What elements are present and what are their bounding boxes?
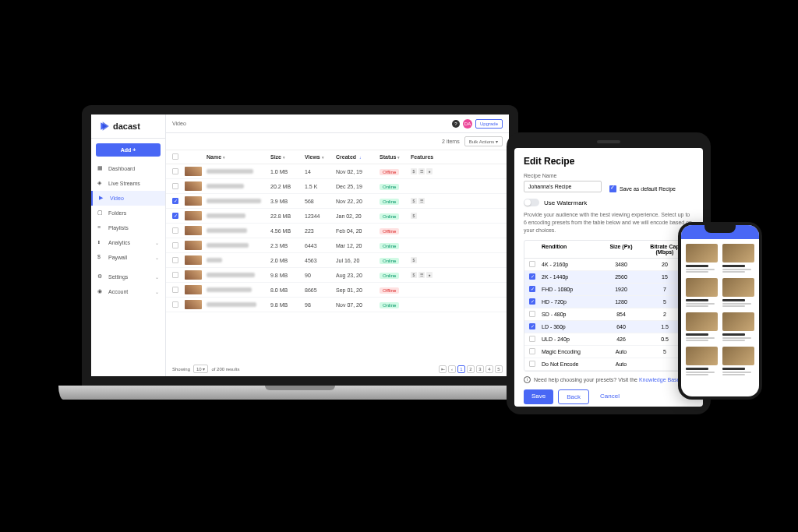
page-number[interactable]: 3 [476,365,484,373]
phone-card[interactable] [686,347,718,376]
add-button[interactable]: Add + [96,143,161,157]
row-checkbox[interactable] [172,257,178,263]
page-number[interactable]: 1 [457,365,465,373]
avatar[interactable]: DA [463,119,472,129]
row-checkbox[interactable] [172,242,178,248]
rendition-row[interactable]: HD - 720p 1280 5 [524,296,693,308]
rendition-row[interactable]: FHD - 1080p 1920 7 [524,284,693,296]
table-row[interactable]: 1.0 MB 14 Nov 02, 19 Offline $☰● [166,164,509,179]
table-row[interactable]: 9.8 MB 98 Nov 07, 20 Online [166,298,509,312]
row-checkbox[interactable] [172,287,178,293]
rendition-checkbox[interactable] [529,273,535,280]
help-icon[interactable]: ? [452,120,460,128]
sidebar-item-account[interactable]: ◉Account⌄ [91,284,165,299]
cell-created: Feb 04, 20 [336,228,380,234]
sidebar-item-analytics[interactable]: ⫾Analytics⌄ [91,235,165,250]
table-row[interactable]: 2.3 MB 6443 Mar 12, 20 Online [166,238,509,253]
page-number[interactable]: 4 [486,365,493,373]
column-status[interactable]: Status▾ [380,154,411,160]
card-image [686,347,718,365]
per-page-select[interactable]: 10 ▾ [193,365,208,373]
upgrade-button[interactable]: Upgrade [475,119,503,129]
table-row[interactable]: 8.0 MB 8665 Sep 01, 20 Offline [166,283,509,298]
knowledge-base-link[interactable]: Knowledge Base [639,377,680,382]
rendition-row[interactable]: Magic Encoding Auto 5 [524,346,693,358]
play-icon: ▶ [99,195,106,202]
card-title [686,299,708,301]
phone-card[interactable] [686,278,718,308]
table-row[interactable]: 9.8 MB 90 Aug 23, 20 Online $☰● [166,268,509,283]
sidebar-item-live-streams[interactable]: ◈Live Streams [91,176,165,191]
sidebar-item-paywall[interactable]: $Paywall⌄ [91,250,165,265]
rendition-checkbox[interactable] [529,336,535,342]
table-row[interactable]: 20.2 MB 1.5 K Dec 25, 19 Online [166,179,509,194]
rendition-checkbox[interactable] [529,286,535,292]
video-name [207,302,256,307]
video-thumbnail [185,226,202,235]
rendition-row[interactable]: Do Not Encode Auto [524,358,693,371]
card-text [686,269,715,270]
column-views[interactable]: Views▾ [305,154,336,160]
rendition-row[interactable]: SD - 480p 854 2 [524,308,693,321]
sidebar-item-video[interactable]: ▶Video [91,191,165,206]
video-thumbnail [185,255,202,265]
rendition-checkbox[interactable] [529,298,535,305]
feature-icon: $ [411,213,417,219]
page-prev[interactable]: ‹ [448,365,456,373]
rendition-checkbox[interactable] [529,323,535,329]
rendition-row[interactable]: 4K - 2160p 3480 20 [524,259,693,271]
phone-card[interactable] [722,244,754,273]
bulk-actions-button[interactable]: Bulk Actions ▾ [464,136,503,146]
cell-views: 568 [305,199,336,204]
save-default-checkbox[interactable]: Save as default Recipe [609,185,676,192]
row-checkbox[interactable] [172,272,178,278]
sidebar-item-settings[interactable]: ⚙Settings⌄ [91,270,165,284]
card-text [722,303,751,305]
phone-card[interactable] [686,244,718,273]
column-created[interactable]: Created ↓ [336,154,380,160]
page-number[interactable]: 5 [495,365,503,373]
cell-views: 4563 [305,258,336,263]
row-checkbox[interactable] [172,198,178,204]
row-checkbox[interactable] [172,183,178,189]
back-button[interactable]: Back [558,389,589,404]
page-number[interactable]: 2 [467,365,475,373]
feature-icon: ☰ [418,168,425,174]
select-all-checkbox[interactable] [172,153,178,160]
rendition-row[interactable]: ULD - 240p 426 0.5 [524,333,693,346]
table-row[interactable]: 2.0 MB 4563 Jul 16, 20 Online $ [166,253,509,268]
table-row[interactable]: 22.8 MB 12344 Jan 02, 20 Online $ [166,209,509,224]
rendition-name: FHD - 1080p [542,287,601,292]
column-name[interactable]: Name▾ [207,154,270,160]
phone-card[interactable] [722,347,754,376]
column-size[interactable]: Size▾ [270,154,305,160]
table-row[interactable]: 3.9 MB 568 Nov 22, 20 Online $☰ [166,194,509,209]
cancel-button[interactable]: Cancel [594,389,626,404]
folder-icon: ▢ [97,210,104,217]
rendition-row[interactable]: LD - 360p 640 1.5 [524,321,693,333]
sidebar-item-folders[interactable]: ▢Folders [91,206,165,220]
rendition-checkbox[interactable] [529,261,535,267]
save-button[interactable]: Save [524,389,553,404]
cell-created: Jan 02, 20 [336,213,380,219]
rendition-checkbox[interactable] [529,311,535,317]
sidebar-item-dashboard[interactable]: ▦Dashboard [91,161,165,176]
phone-card[interactable] [722,312,754,342]
sidebar-item-playlists[interactable]: ≡Playlists [91,220,165,235]
table-row[interactable]: 4.56 MB 223 Feb 04, 20 Offline [166,224,509,238]
row-checkbox[interactable] [172,227,178,234]
phone-card[interactable] [686,312,718,342]
cell-features: $ [411,213,442,219]
watermark-toggle[interactable] [524,199,539,206]
rendition-checkbox[interactable] [529,348,535,354]
row-checkbox[interactable] [172,301,178,308]
page-prev[interactable]: ⇤ [439,365,447,373]
rendition-checkbox[interactable] [529,361,535,367]
row-checkbox[interactable] [172,213,178,219]
row-checkbox[interactable] [172,168,178,174]
phone-card[interactable] [722,278,754,308]
sort-icon: ▾ [223,155,225,160]
status-badge: Online [380,184,399,190]
rendition-row[interactable]: 2K - 1440p 2560 15 [524,271,693,284]
recipe-name-input[interactable] [524,181,602,192]
